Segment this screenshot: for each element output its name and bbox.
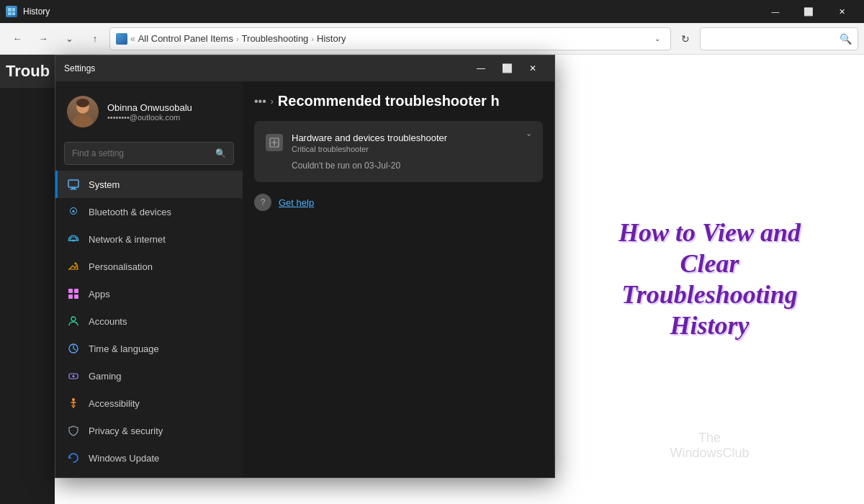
sidebar-apps-label: Apps [89,289,110,300]
explorer-search[interactable]: 🔍 [700,27,858,50]
explorer-title: History [23,6,759,17]
sidebar-item-personalisation[interactable]: Personalisation [55,253,243,280]
left-sidebar-partial: Troub [0,55,55,504]
gaming-icon [67,369,80,382]
refresh-button[interactable]: ↻ [674,27,697,50]
troubleshooter-detail: Couldn't be run on 03-Jul-20 [266,161,531,171]
sidebar-privacy-label: Privacy & security [89,426,163,436]
privacy-icon [67,424,80,437]
settings-main-content: ••• › Recommended troubleshooter h [243,81,554,477]
sidebar-troub-label: Troub [6,63,50,79]
settings-window: Settings — ⬜ ✕ [55,55,555,478]
sidebar-item-windows-update[interactable]: Windows Update [55,444,243,472]
settings-maximize-button[interactable]: ⬜ [494,55,520,81]
settings-body: Obinna Onwusobalu ••••••••@outlook.com 🔍 [55,81,554,477]
svg-rect-12 [74,294,78,299]
title-bar-icon [6,6,17,17]
article-text: How to View and Clear Troubleshooting Hi… [604,203,815,356]
apps-icon [67,287,80,300]
sidebar-system-label: System [89,179,120,190]
address-part-2: Troubleshooting [242,33,309,44]
sidebar-item-bluetooth[interactable]: ⦿ Bluetooth & devices [55,198,243,225]
svg-rect-9 [68,289,73,293]
user-profile[interactable]: Obinna Onwusobalu ••••••••@outlook.com [55,87,243,136]
personalisation-icon [67,260,80,273]
sidebar-item-system[interactable]: System [55,171,243,198]
address-dropdown-button[interactable]: ⌄ [650,32,665,46]
title-bar-controls: — ⬜ ✕ [759,0,858,23]
dropdown-button[interactable]: ⌄ [58,27,81,50]
settings-minimize-button[interactable]: — [468,55,494,81]
time-icon [67,342,80,355]
windows-update-icon [67,451,80,464]
sidebar-item-accounts[interactable]: Accounts [55,307,243,335]
address-chevron-1: › [236,35,239,43]
svg-rect-4 [68,180,78,187]
sidebar-personalisation-label: Personalisation [89,261,153,272]
sidebar-time-label: Time & language [89,343,159,354]
back-button[interactable]: ← [6,27,29,50]
address-part-1: All Control Panel Items [138,33,233,44]
address-chevron-2: › [311,35,314,43]
svg-rect-6 [70,189,77,190]
breadcrumb: ••• › Recommended troubleshooter h [254,93,543,109]
troubleshooter-type: Critical troubleshooter [292,145,447,153]
sidebar-troub-item[interactable]: Troub [0,55,55,88]
address-bar-icon [116,33,127,45]
user-name: Obinna Onwusobalu [107,102,192,113]
forward-button[interactable]: → [32,27,55,50]
sidebar-item-gaming[interactable]: Gaming [55,362,243,390]
svg-rect-10 [74,289,78,293]
minimize-button[interactable]: — [759,0,792,23]
svg-point-8 [75,263,77,265]
svg-point-7 [73,240,75,242]
settings-search-input[interactable] [72,148,210,158]
troubleshooter-header: Hardware and devices troubleshooter Crit… [266,132,531,153]
svg-point-3 [76,99,89,107]
svg-point-1 [73,114,93,127]
watermark: The WindowsClub [670,431,749,461]
settings-title-controls: — ⬜ ✕ [468,55,546,81]
get-help-link[interactable]: Get help [279,197,314,208]
sidebar-item-time[interactable]: Time & language [55,335,243,362]
explorer-window: History — ⬜ ✕ ← → ⌄ ↑ « All Control Pane… [0,0,864,504]
accounts-icon [67,315,80,328]
troubleshooter-expand-button[interactable]: ˅ [526,132,531,144]
address-separator-1: « [130,34,135,44]
get-help-row: ? Get help [254,194,543,211]
settings-main-title: Recommended troubleshooter h [278,93,500,109]
sidebar-bluetooth-label: Bluetooth & devices [89,207,171,217]
content-area: Troub How to View and Clear Troubleshoot… [0,55,864,504]
sidebar-gaming-label: Gaming [89,371,122,382]
get-help-icon: ? [254,194,271,211]
sidebar-item-network[interactable]: Network & internet [55,225,243,253]
settings-search-icon: 🔍 [215,148,226,158]
troubleshooter-name: Hardware and devices troubleshooter [292,132,447,143]
troubleshooter-info: Hardware and devices troubleshooter Crit… [266,132,526,153]
close-button[interactable]: ✕ [825,0,858,23]
breadcrumb-dots[interactable]: ••• [254,95,266,108]
maximize-button[interactable]: ⬜ [792,0,825,23]
breadcrumb-chevron: › [271,96,274,107]
troubleshooter-icon [266,134,283,151]
troubleshooter-text: Hardware and devices troubleshooter Crit… [292,132,447,153]
svg-rect-5 [71,188,76,189]
article-heading: How to View and Clear Troubleshooting Hi… [618,217,801,342]
svg-rect-11 [68,294,73,299]
up-button[interactable]: ↑ [84,27,107,50]
sidebar-item-privacy[interactable]: Privacy & security [55,417,243,444]
troubleshooter-card[interactable]: Hardware and devices troubleshooter Crit… [254,121,543,182]
network-icon [67,233,80,246]
settings-close-button[interactable]: ✕ [520,55,546,81]
sidebar-item-accessibility[interactable]: Accessibility [55,390,243,417]
settings-search-box[interactable]: 🔍 [64,142,234,165]
sidebar-item-apps[interactable]: Apps [55,280,243,307]
user-email: ••••••••@outlook.com [107,113,192,122]
title-bar: History — ⬜ ✕ [0,0,864,23]
accessibility-icon [67,397,80,410]
address-bar[interactable]: « All Control Panel Items › Troubleshoot… [109,27,671,50]
system-icon [67,178,80,191]
settings-title-bar: Settings — ⬜ ✕ [55,55,554,81]
svg-point-13 [71,317,76,321]
settings-title: Settings [64,63,468,73]
